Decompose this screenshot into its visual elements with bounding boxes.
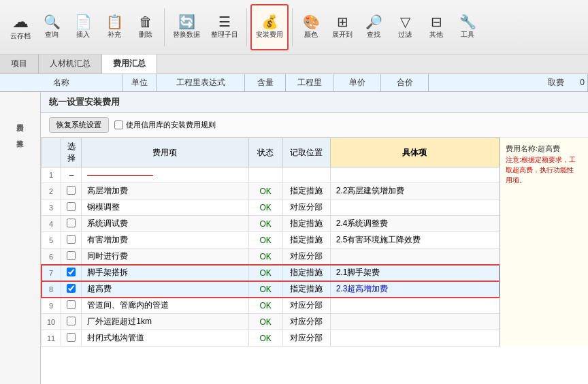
row-position: 对应分部 (282, 314, 330, 330)
use-credit-library-checkbox[interactable] (114, 121, 123, 129)
expand-label: 展开到 (332, 31, 353, 39)
row-checkbox-cell[interactable] (61, 216, 82, 232)
row-position: 指定措施 (282, 216, 330, 232)
row-position: 指定措施 (282, 265, 330, 281)
table-row: 9管道间、管廊内的管道OK对应分部 (42, 298, 500, 314)
color-icon: 🎨 (303, 15, 320, 29)
row-number: 5 (42, 232, 61, 249)
row-detail (330, 314, 499, 330)
row-number: 11 (42, 330, 61, 347)
row-number: 2 (42, 183, 61, 199)
replace-data-icon: 🔄 (178, 15, 195, 29)
use-credit-library-label[interactable]: 使用信用库的安装费用规则 (114, 120, 216, 130)
install-fee-button[interactable]: 💰 安装费用 (250, 4, 289, 50)
right-info-panel: 费用名称:超高费 注意:根据定额要求，工 取超高费，执行功能性 用项。 (500, 138, 588, 347)
row-position: 指定措施 (282, 183, 330, 199)
filter-label: 过滤 (398, 31, 412, 39)
tools-button[interactable]: 🔧 工具 (453, 4, 483, 50)
row-checkbox-cell[interactable]: − (61, 167, 82, 183)
row-checkbox[interactable] (67, 251, 76, 260)
supplement-button[interactable]: 📋 补充 (99, 4, 129, 50)
row-checkbox[interactable] (67, 268, 76, 276)
row-fee-item: 高层增加费 (82, 183, 248, 199)
row-fee-item: 超高费 (82, 281, 248, 298)
arrange-label: 整理子目 (211, 31, 238, 39)
row-position: 对应分部 (282, 199, 330, 216)
col-unit: 单位 (122, 74, 157, 91)
replace-data-label: 替换数据 (173, 31, 200, 39)
row-checkbox[interactable] (67, 235, 76, 244)
tab-fee-summary[interactable]: 费用汇总 (102, 54, 157, 74)
fee-name-label: 费用名称:超高费 (506, 143, 583, 155)
replace-data-button[interactable]: 🔄 替换数据 (168, 4, 205, 50)
row-status: OK (248, 183, 282, 199)
filter-button[interactable]: ▽ 过滤 (390, 4, 420, 50)
supplement-label: 补充 (108, 31, 121, 39)
row-checkbox[interactable] (67, 300, 76, 309)
arrange-button[interactable]: ☰ 整理子目 (206, 4, 243, 50)
row-checkbox-cell[interactable] (61, 298, 82, 314)
row-status: OK (248, 232, 282, 249)
th-status: 状态 (248, 138, 282, 167)
col-fee-rate: 取费 0 (429, 74, 588, 91)
row-checkbox-cell[interactable] (61, 249, 82, 265)
note-label-2: 取超高费，执行功能性 (506, 165, 583, 175)
other-label: 其他 (429, 31, 443, 39)
row-checkbox-cell[interactable] (61, 281, 82, 298)
row-fee-item: 脚手架搭拆 (82, 265, 248, 281)
row-checkbox[interactable] (67, 219, 76, 227)
table-row: 7脚手架搭拆OK指定措施2.1脚手架费 (42, 265, 500, 281)
th-position: 记取位置 (282, 138, 330, 167)
row-fee-item: 钢模调整 (82, 199, 248, 216)
query-button[interactable]: 🔍 查询 (37, 4, 67, 50)
sidebar-item-install-fee[interactable]: 装费用 (12, 112, 28, 123)
row-number: 6 (42, 249, 61, 265)
delete-label: 删除 (139, 31, 152, 39)
other-button[interactable]: ⊟ 其他 (421, 4, 451, 50)
query-icon: 🔍 (44, 15, 61, 29)
restore-settings-button[interactable]: 恢复系统设置 (49, 117, 109, 133)
row-checkbox-cell[interactable] (61, 199, 82, 216)
row-checkbox[interactable] (67, 284, 76, 293)
install-fee-label: 安装费用 (256, 31, 283, 39)
table-container: 选择 费用项 状态 记取位置 具体项 1− 2高层增加费OK指定措施2.2高层建… (41, 138, 500, 347)
row-number: 8 (42, 281, 61, 298)
left-sidebar: 装费用 换算率 (0, 92, 41, 384)
row-checkbox-cell[interactable] (61, 183, 82, 199)
row-checkbox[interactable] (67, 317, 76, 325)
tab-project[interactable]: 项目 (0, 54, 39, 74)
row-checkbox-cell[interactable] (61, 265, 82, 281)
sidebar-item-conversion-rate[interactable]: 换算率 (12, 129, 28, 140)
row-checkbox[interactable] (67, 333, 76, 342)
delete-button[interactable]: 🗑 删除 (131, 4, 161, 50)
table-row: 4系统调试费OK指定措施2.4系统调整费 (42, 216, 500, 232)
row-detail (330, 167, 499, 183)
insert-button[interactable]: 📄 插入 (68, 4, 98, 50)
row-checkbox[interactable] (67, 202, 76, 211)
col-quantity: 工程里 (286, 74, 333, 91)
row-checkbox-cell[interactable] (61, 232, 82, 249)
table-header-row: 选择 费用项 状态 记取位置 具体项 (42, 138, 500, 167)
row-detail (330, 298, 499, 314)
col-name: 名称 (0, 74, 122, 91)
expand-button[interactable]: ⊞ 展开到 (327, 4, 357, 50)
tab-resources[interactable]: 人材机汇总 (39, 54, 102, 74)
row-checkbox[interactable] (67, 186, 76, 195)
dialog-area: 统一设置安装费用 恢复系统设置 使用信用库的安装费用规则 选择 费用项 状态 (41, 92, 588, 384)
row-detail: 2.3超高增加费 (330, 281, 499, 298)
cloud-save-button[interactable]: ☁ 云存档 (5, 4, 35, 50)
row-status: OK (248, 216, 282, 232)
row-checkbox-cell[interactable] (61, 330, 82, 347)
row-fee-item: 厂外运距超过1km (82, 314, 248, 330)
ok-badge: OK (259, 334, 271, 343)
search-button[interactable]: 🔎 查找 (359, 4, 389, 50)
ok-badge: OK (259, 317, 271, 327)
row-fee-item: 封闭式地沟管道 (82, 330, 248, 347)
row-checkbox-cell[interactable] (61, 314, 82, 330)
table-row: 3钢模调整OK对应分部 (42, 199, 500, 216)
ok-badge: OK (259, 301, 271, 310)
cloud-save-icon: ☁ (12, 14, 29, 30)
color-button[interactable]: 🎨 颜色 (296, 4, 326, 50)
arrange-icon: ☰ (218, 15, 231, 29)
col-unit-price: 单价 (333, 74, 381, 91)
